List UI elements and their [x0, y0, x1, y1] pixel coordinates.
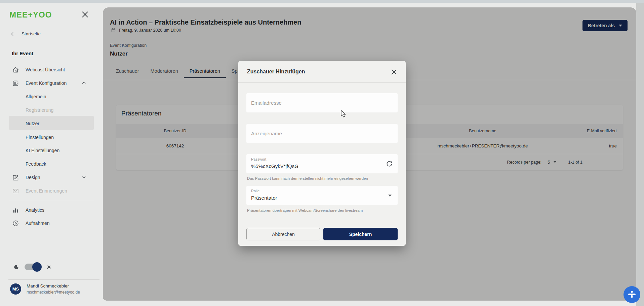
avatar: MS — [10, 283, 21, 295]
sidebar-item-registrierung: Registrierung — [0, 106, 103, 116]
chevron-up-icon — [82, 81, 86, 85]
sidebar-item-analytics[interactable]: Analytics — [0, 206, 103, 216]
modal-header: Zuschauer Hinzufügen — [238, 61, 406, 83]
user-email: mschmeckebier@meetyoo.de — [27, 290, 80, 295]
password-field[interactable]: Passwort %5%cXcGykV*jfQsG — [246, 154, 398, 173]
caret-down-icon — [388, 195, 392, 197]
add-viewer-modal: Zuschauer Hinzufügen Passwort %5%cXcGykV… — [238, 61, 406, 246]
sidebar-item-label: Event Erinnerungen — [26, 188, 67, 194]
role-helper: Präsentatoren übertragen mit Webcam/Scre… — [247, 208, 363, 212]
sidebar-item-label: Event Konfiguration — [26, 80, 67, 86]
close-icon[interactable] — [390, 68, 398, 76]
role-select[interactable]: Rolle Präsentator — [246, 186, 398, 205]
sidebar-item-label: Nutzer — [26, 121, 39, 126]
display-name-field[interactable] — [246, 124, 398, 143]
role-label: Rolle — [251, 189, 259, 193]
envelope-icon — [12, 188, 19, 195]
window-top-edge — [0, 0, 644, 3]
sidebar-item-event-erinnerungen: Event Erinnerungen — [0, 187, 103, 197]
role-value: Präsentator — [251, 195, 277, 201]
password-helper: Das Passwort kann nach dem erstellen nic… — [247, 176, 368, 180]
email-field[interactable] — [246, 93, 398, 112]
sidebar-item-nutzer[interactable]: Nutzer — [0, 120, 103, 130]
save-button[interactable]: Speichern — [323, 228, 398, 240]
sidebar-item-label: Webcast Übersicht — [26, 67, 65, 72]
sidebar-item-webcast-uebersicht[interactable]: Webcast Übersicht — [0, 66, 103, 76]
cancel-button[interactable]: Abbrechen — [246, 228, 320, 240]
sidebar-item-einstellungen[interactable]: Einstellungen — [0, 133, 103, 143]
sidebar-item-label: Analytics — [26, 207, 44, 213]
back-to-home[interactable]: Startseite — [10, 31, 41, 36]
password-value: %5%cXcGykV*jfQsG — [251, 163, 298, 169]
sidebar-item-feedback[interactable]: Feedback — [0, 160, 103, 170]
sidebar-item-ki-einstellungen[interactable]: KI Einstellungen — [0, 146, 103, 157]
user-divider — [8, 279, 99, 280]
play-circle-icon — [12, 220, 19, 227]
sun-icon — [46, 264, 52, 270]
chevron-left-icon — [10, 32, 15, 36]
sidebar-item-design[interactable]: Design — [0, 173, 103, 183]
password-label: Passwort — [251, 157, 266, 161]
theme-switcher — [13, 264, 52, 270]
page-scrollbar[interactable] — [636, 3, 644, 306]
sidebar-section-title: Ihr Event — [12, 50, 33, 56]
user-account[interactable]: MS Mandi Schmeckebier mschmeckebier@meet… — [10, 283, 80, 295]
sidebar-item-allgemein[interactable]: Allgemein — [0, 93, 103, 103]
home-icon — [12, 66, 19, 73]
back-label: Startseite — [22, 31, 41, 36]
sidebar-item-aufnahmen[interactable]: Aufnahmen — [0, 219, 103, 229]
plus-icon — [626, 289, 638, 300]
modal-title: Zuschauer Hinzufügen — [247, 69, 305, 75]
sidebar: MEE+YOO Startseite Ihr Event Webcast Übe… — [0, 3, 103, 306]
sidebar-item-label: Registrierung — [26, 107, 53, 113]
sidebar-item-label: Einstellungen — [26, 135, 54, 140]
sidebar-item-label: Feedback — [26, 161, 46, 167]
chevron-down-icon — [82, 175, 86, 179]
toggle-knob — [32, 262, 42, 272]
meetyoo-logo: MEE+YOO — [9, 10, 52, 20]
pencil-square-icon — [12, 174, 19, 181]
sidebar-item-label: Allgemein — [26, 94, 46, 99]
moon-icon — [13, 264, 19, 270]
theme-toggle[interactable] — [25, 264, 41, 270]
sidebar-item-label: Aufnahmen — [26, 220, 50, 226]
add-fab-button[interactable] — [623, 286, 640, 303]
user-name: Mandi Schmeckebier — [27, 283, 80, 288]
sidebar-item-event-konfiguration[interactable]: Event Konfiguration — [0, 79, 103, 89]
sidebar-item-label: Design — [26, 175, 40, 180]
checklist-icon — [12, 80, 19, 87]
bar-chart-icon — [12, 207, 19, 214]
regenerate-password-icon[interactable] — [386, 160, 393, 168]
sidebar-close-icon[interactable] — [81, 10, 89, 19]
sidebar-divider — [9, 200, 94, 200]
sidebar-item-label: KI Einstellungen — [26, 148, 59, 153]
